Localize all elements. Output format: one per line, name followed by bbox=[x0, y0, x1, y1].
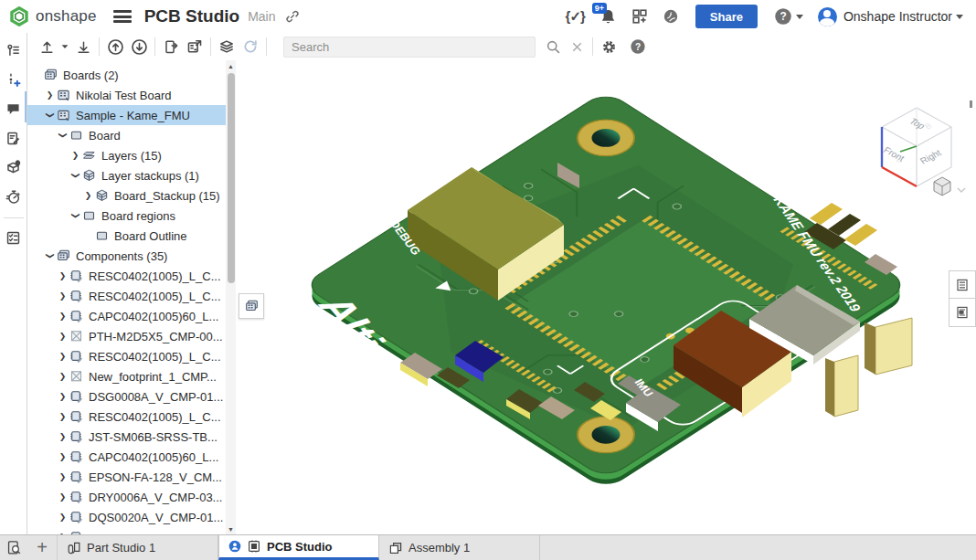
tree-item[interactable]: ❯DRY0006A_V_CMP-03... bbox=[27, 487, 226, 507]
part-studio-icon bbox=[67, 541, 81, 555]
tree-item[interactable]: ❯PTH-M2D5X5_CMP-00... bbox=[27, 326, 226, 346]
tab-part-studio-1[interactable]: Part Studio 1 bbox=[58, 535, 218, 560]
tree-item[interactable]: ❯Boards (2) bbox=[27, 65, 226, 85]
expand-arrow-icon[interactable]: ❯ bbox=[57, 392, 69, 401]
search-submit-button[interactable] bbox=[541, 35, 565, 58]
tree-item[interactable]: ❯Components (35) bbox=[27, 246, 226, 266]
tree-item[interactable]: ❯Board Outline bbox=[27, 226, 226, 246]
tree-item[interactable]: ❯Board bbox=[27, 125, 226, 145]
tab-pcb-studio[interactable]: PCB Studio bbox=[218, 535, 379, 560]
tree-item[interactable]: ❯DQS0020A_V_CMP-01... bbox=[27, 507, 226, 527]
view-options-cube-icon[interactable] bbox=[934, 177, 965, 195]
stackup-tool-button[interactable] bbox=[215, 35, 239, 58]
export-board-button[interactable] bbox=[183, 35, 207, 58]
tab-assembly-1[interactable]: Assembly 1 bbox=[379, 535, 540, 560]
appearance-cube-button[interactable]: ? bbox=[2, 155, 26, 179]
measure-stopwatch-button[interactable] bbox=[2, 185, 26, 208]
scrollbar-thumb[interactable] bbox=[228, 73, 235, 283]
tree-item[interactable]: ❯DSG0008A_V_CMP-01... bbox=[27, 386, 226, 407]
tree-item[interactable]: ❯JST-SM06B-SRSS-TB... bbox=[27, 427, 226, 447]
notifications-button[interactable]: 9+ bbox=[592, 0, 624, 33]
pcb-board[interactable] bbox=[302, 90, 910, 479]
expand-arrow-icon[interactable]: ❯ bbox=[57, 372, 69, 381]
expand-arrow-icon[interactable]: ❯ bbox=[69, 151, 81, 160]
expand-arrow-icon[interactable]: ❯ bbox=[57, 472, 69, 481]
expand-arrow-icon[interactable]: ❯ bbox=[46, 110, 55, 122]
tree-item[interactable]: ❯RESC0402(1005)_L_C... bbox=[27, 346, 226, 366]
expand-arrow-icon[interactable]: ❯ bbox=[57, 271, 69, 280]
expand-arrow-icon[interactable]: ❯ bbox=[82, 191, 94, 200]
link-icon[interactable] bbox=[285, 9, 300, 24]
expand-arrow-icon[interactable]: ❯ bbox=[57, 332, 69, 341]
view-cube-right-label[interactable]: Right bbox=[918, 148, 943, 166]
tree-item[interactable]: ❯EPSON-FA-128_V_CM... bbox=[27, 467, 226, 487]
layers-flyout-button[interactable] bbox=[949, 298, 976, 327]
expand-arrow-icon[interactable]: ❯ bbox=[57, 412, 69, 421]
tree-item[interactable]: ❯New_footprint_1_CMP... bbox=[27, 366, 226, 386]
tree-item[interactable]: ❯Sample - Kame_FMU bbox=[27, 105, 226, 125]
copy-board-button[interactable] bbox=[159, 35, 183, 58]
expand-arrow-icon[interactable]: ❯ bbox=[57, 352, 69, 361]
expand-arrow-icon[interactable]: ❯ bbox=[46, 250, 55, 262]
search-input[interactable] bbox=[283, 37, 536, 58]
expand-arrow-icon[interactable]: ❯ bbox=[57, 291, 69, 301]
document-menu-icon[interactable] bbox=[113, 10, 132, 23]
tree-item[interactable]: ❯Layer stackups (1) bbox=[27, 165, 226, 185]
download-button[interactable] bbox=[71, 35, 95, 58]
feature-list-button[interactable] bbox=[2, 38, 26, 62]
help-menu-button[interactable]: ? bbox=[767, 0, 811, 33]
tree-item-label: CAPC0402(1005)60_L... bbox=[89, 450, 218, 464]
tree-item[interactable]: ❯RESC0402(1005)_L_C... bbox=[27, 407, 226, 427]
insert-plus-button[interactable] bbox=[2, 68, 26, 91]
search-elements-button[interactable] bbox=[0, 535, 27, 560]
tree-item-label: Components (35) bbox=[76, 249, 167, 263]
expand-arrow-icon[interactable]: ❯ bbox=[57, 492, 69, 502]
tree-item[interactable]: ❯Board_Stackup (15) bbox=[27, 185, 226, 206]
tree-item[interactable]: ❯Nikolai Test Board bbox=[27, 85, 226, 105]
add-element-button[interactable]: + bbox=[27, 535, 58, 560]
pull-changes-button[interactable] bbox=[127, 35, 151, 58]
tree-scrollbar[interactable]: ▲ ▼ bbox=[226, 60, 236, 534]
scroll-down-icon[interactable]: ▼ bbox=[226, 523, 236, 534]
tree-item[interactable]: ❯RESC0402(1005)_L_C... bbox=[27, 286, 226, 306]
app-store-button[interactable] bbox=[624, 0, 655, 33]
onshape-logo[interactable]: onshape bbox=[9, 6, 97, 26]
expand-arrow-icon[interactable]: ❯ bbox=[57, 512, 69, 522]
tree-item[interactable]: ❯Board regions bbox=[27, 206, 226, 226]
user-menu-button[interactable]: Onshape Instructor bbox=[811, 0, 976, 33]
upload-button[interactable] bbox=[35, 35, 58, 58]
tree-item[interactable]: ❯CAPC0402(1005)60_L... bbox=[27, 447, 226, 467]
edit-document-button[interactable] bbox=[2, 126, 26, 150]
search-clear-button[interactable] bbox=[565, 35, 589, 58]
settings-button[interactable] bbox=[597, 35, 621, 58]
scroll-up-icon[interactable]: ▲ bbox=[226, 60, 236, 71]
view-cube[interactable]: Top Front Right B L bbox=[882, 108, 951, 186]
checklist-button[interactable] bbox=[2, 226, 26, 249]
tree-item[interactable]: ❯CAPC0402(1005)60_L... bbox=[27, 306, 226, 326]
view-cube-front-label[interactable]: Front bbox=[882, 145, 907, 164]
learning-center-button[interactable] bbox=[655, 0, 686, 33]
expand-arrow-icon[interactable]: ❯ bbox=[57, 432, 69, 441]
custom-features-button[interactable]: {✓} bbox=[558, 0, 592, 33]
upload-options-button[interactable] bbox=[58, 35, 71, 58]
pcb-3d-view[interactable]: Altium TM DEBUG KAME FMU rev.2 2019 IMU … bbox=[236, 60, 976, 534]
boards-panel-toggle-button[interactable] bbox=[239, 293, 264, 319]
expand-arrow-icon[interactable]: ❯ bbox=[44, 90, 56, 100]
expand-arrow-icon[interactable]: ❯ bbox=[71, 210, 80, 222]
tree-item[interactable]: ❯RESC0402(1005)_L_C... bbox=[27, 266, 226, 286]
graphics-viewport[interactable]: Altium TM DEBUG KAME FMU rev.2 2019 IMU … bbox=[236, 60, 976, 534]
expand-arrow-icon[interactable]: ❯ bbox=[57, 312, 69, 321]
push-changes-button[interactable] bbox=[103, 35, 127, 58]
expand-arrow-icon[interactable]: ❯ bbox=[71, 170, 80, 182]
toolbar-help-button[interactable]: ? bbox=[626, 35, 650, 58]
tree-item[interactable]: ❯Layers (15) bbox=[27, 145, 226, 165]
properties-flyout-button[interactable] bbox=[949, 270, 976, 300]
comment-button[interactable] bbox=[2, 97, 26, 121]
share-button[interactable]: Share bbox=[695, 5, 758, 28]
tree-item[interactable]: ❯ bbox=[27, 527, 226, 534]
expand-arrow-icon[interactable]: ❯ bbox=[58, 130, 68, 142]
workspace-name[interactable]: Main bbox=[248, 9, 275, 24]
component-icon bbox=[69, 309, 84, 323]
expand-arrow-icon[interactable]: ❯ bbox=[57, 452, 69, 461]
board-icon bbox=[56, 108, 71, 122]
